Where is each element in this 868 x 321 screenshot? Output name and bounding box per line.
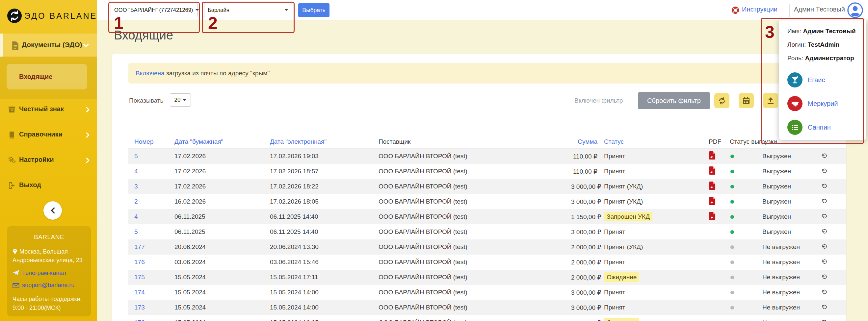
retry-upload-icon[interactable]: [821, 184, 827, 189]
page-size-select[interactable]: 20: [170, 93, 191, 106]
sidebar-item-label: Выход: [19, 181, 41, 189]
amount: 3 000,00 ₽: [571, 304, 597, 312]
telegram-link[interactable]: Телеграм-канал: [12, 270, 86, 277]
upload-status-text: Выгружен: [762, 198, 815, 205]
retry-upload-icon[interactable]: [821, 259, 827, 265]
cow-icon: [787, 96, 803, 111]
amount: 1 150,00 ₽: [571, 213, 597, 221]
pdf-icon[interactable]: [709, 151, 716, 160]
reset-filter-button[interactable]: Сбросить фильтр: [638, 92, 710, 109]
column-header-number[interactable]: Номер: [134, 138, 175, 146]
upload-button[interactable]: [763, 93, 778, 108]
retry-upload-icon[interactable]: [821, 153, 827, 159]
retry-upload-icon[interactable]: [821, 244, 827, 250]
select-button[interactable]: Выбрать: [298, 3, 330, 17]
chevron-right-icon: [86, 132, 90, 138]
retry-upload-icon[interactable]: [821, 274, 827, 280]
user-menu-item-sanpin[interactable]: Санпин: [787, 116, 866, 139]
supplier-name: ООО БАРЛАЙН ВТОРОЙ (test): [378, 228, 571, 235]
paper-date: 06.11.2025: [175, 228, 270, 235]
document-number-link[interactable]: 3: [134, 183, 138, 190]
table-row: 417.02.202617.02.2026 18:57ООО БАРЛАЙН В…: [128, 164, 846, 179]
envelope-icon: [12, 283, 20, 288]
upload-icon: [767, 97, 775, 105]
signout-icon: [8, 182, 16, 189]
column-header-status[interactable]: Статус: [601, 138, 706, 146]
column-header-amount[interactable]: Сумма: [571, 138, 597, 146]
sync-logo-icon: [7, 8, 22, 23]
document-number-link[interactable]: 4: [134, 213, 138, 220]
sidebar-item-documents[interactable]: Документы (ЭДО): [0, 34, 97, 57]
caret-down-icon: [195, 9, 199, 12]
upload-status-text: Не выгружен: [762, 289, 815, 296]
sidebar-item-nastroyki[interactable]: Настройки: [0, 153, 97, 168]
document-number-link[interactable]: 174: [134, 289, 145, 296]
pdf-icon[interactable]: [709, 166, 716, 174]
column-header-pdf: PDF: [706, 138, 730, 146]
user-menu-name: Имя: Админ Тестовый: [787, 28, 866, 35]
supplier-name: ООО БАРЛАЙН ВТОРОЙ (test): [378, 183, 571, 190]
document-number-link[interactable]: 176: [134, 258, 145, 265]
amount: 2 000,00 ₽: [571, 244, 597, 251]
document-number-link[interactable]: 5: [134, 153, 138, 160]
column-header-paper-date[interactable]: Дата "бумажная": [175, 138, 270, 146]
notice-link[interactable]: Включена: [135, 70, 164, 77]
upload-status-text: Не выгружен: [762, 244, 815, 251]
user-menu-item-mercury[interactable]: Меркурий: [787, 92, 866, 116]
upload-indicator-dot: [731, 245, 734, 249]
retry-upload-icon[interactable]: [821, 168, 827, 174]
status-badge: Запрошен УКД: [604, 212, 652, 221]
document-number-link[interactable]: 172: [134, 319, 145, 321]
electronic-date: 15.05.2024 14:00: [270, 289, 378, 296]
sidebar-item-logout[interactable]: Выход: [0, 178, 97, 193]
app-logo-text: ЭДО BARLANE: [24, 11, 97, 21]
electronic-date: 03.06.2024 15:46: [270, 258, 378, 266]
branch-select[interactable]: Барлайн: [204, 3, 292, 17]
pdf-icon[interactable]: [709, 212, 716, 220]
sidebar-item-spravochniki[interactable]: Справочники: [0, 127, 97, 142]
retry-upload-icon[interactable]: [821, 289, 827, 295]
pdf-icon[interactable]: [709, 197, 716, 205]
paper-date: 17.02.2026: [175, 168, 270, 175]
sidebar-item-chestny-znak[interactable]: Честный знак: [0, 102, 97, 117]
pdf-icon[interactable]: [709, 182, 716, 190]
sidebar-item-incoming[interactable]: Входящие: [7, 64, 87, 90]
caret-down-icon: [183, 99, 186, 103]
sidebar: ЭДО BARLANE Документы (ЭДО) Входящие Чес…: [0, 0, 97, 321]
company-select[interactable]: ООО "БАРЛАЙН" (7727421269): [111, 3, 197, 17]
retry-upload-icon[interactable]: [821, 214, 827, 220]
cocktail-icon: [787, 72, 803, 88]
table-row: 17603.06.202403.06.2024 15:46ООО БАРЛАЙН…: [128, 255, 846, 270]
refresh-button[interactable]: [714, 93, 730, 108]
instructions-link[interactable]: Инструкции: [742, 6, 777, 13]
document-number-link[interactable]: 177: [134, 244, 145, 250]
refresh-icon: [718, 97, 726, 105]
retry-upload-icon[interactable]: [821, 320, 827, 321]
status-badge: Принят (УКД): [604, 244, 643, 250]
annotation-number: 3: [765, 23, 775, 40]
list-icon: [787, 120, 803, 135]
document-number-link[interactable]: 5: [134, 228, 138, 235]
user-menu-item-egais[interactable]: Егаис: [787, 68, 866, 92]
caret-down-icon: [285, 9, 288, 12]
document-number-link[interactable]: 4: [134, 168, 138, 174]
retry-upload-icon[interactable]: [821, 199, 827, 204]
amount: 3 000,00 ₽: [571, 198, 597, 205]
document-number-link[interactable]: 175: [134, 274, 145, 281]
table-row: 17315.05.202415.05.2024 14:00ООО БАРЛАЙН…: [128, 300, 846, 315]
paper-date: 16.02.2026: [175, 198, 270, 205]
support-email-link[interactable]: support@barlane.ru: [12, 282, 86, 289]
document-number-link[interactable]: 2: [134, 198, 138, 205]
paper-date: 17.02.2026: [175, 183, 270, 190]
paper-date: 15.05.2024: [175, 304, 270, 311]
calendar-button[interactable]: [739, 93, 754, 108]
sidebar-collapse-button[interactable]: [43, 201, 62, 220]
supplier-name: ООО БАРЛАЙН ВТОРОЙ (test): [378, 319, 571, 321]
retry-upload-icon[interactable]: [821, 229, 827, 235]
status-badge: Принят: [604, 289, 625, 296]
document-number-link[interactable]: 173: [134, 304, 145, 311]
column-header-edoc-date[interactable]: Дата "электронная": [270, 138, 378, 146]
user-avatar-icon[interactable]: [847, 2, 863, 18]
status-badge: Принят (УКД): [604, 198, 643, 205]
retry-upload-icon[interactable]: [821, 304, 827, 311]
